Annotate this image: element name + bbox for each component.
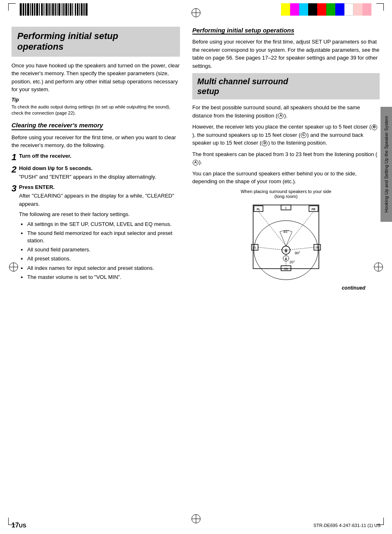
svg-text:FR: FR bbox=[311, 208, 315, 211]
circle-d: D bbox=[262, 140, 267, 146]
right-para4: You can place the surround speakers eith… bbox=[192, 170, 380, 186]
sidebar-label: Hooking Up and Setting Up the Speaker Sy… bbox=[384, 116, 389, 212]
step-3: 3 Press ENTER. After "CLEARING" appears … bbox=[12, 184, 180, 283]
bullet-item: The sound field memorized for each input… bbox=[27, 230, 180, 244]
left-column: Performing initial setup operations Once… bbox=[12, 27, 188, 291]
svg-text:A: A bbox=[285, 257, 287, 261]
left-main-header: Performing initial setup operations bbox=[12, 27, 180, 57]
svg-line-17 bbox=[286, 212, 314, 246]
speaker-diagram-section: When placing surround speakers to your s… bbox=[192, 189, 380, 283]
svg-text:SB: SB bbox=[284, 267, 288, 270]
tip-section: Tip To check the audio output during set… bbox=[12, 97, 180, 117]
speaker-diagram-svg: ψ FL FR C SL SR bbox=[241, 201, 331, 283]
step-3-content: Press ENTER. After "CLEARING" appears in… bbox=[19, 184, 180, 283]
tip-text: To check the audio output during setting… bbox=[12, 104, 180, 117]
step-2-content: Hold down I/ψ for 5 seconds. "PUSH" and … bbox=[19, 165, 180, 181]
step-1-title: Turn off the receiver. bbox=[19, 153, 180, 159]
continued-text: continued bbox=[342, 285, 365, 291]
svg-line-19 bbox=[258, 247, 286, 250]
step-3-body1: After "CLEARING" appears in the display … bbox=[19, 192, 180, 208]
step-1-number: 1 bbox=[12, 153, 16, 162]
step-2-number: 2 bbox=[12, 165, 16, 174]
bullet-list: All settings in the SET UP, CUSTOM, LEVE… bbox=[19, 221, 180, 281]
step-3-number: 3 bbox=[12, 184, 16, 193]
footer-code: STR-DE695 4-247-631-11 (1) US bbox=[314, 523, 380, 528]
sidebar-tab: Hooking Up and Setting Up the Speaker Sy… bbox=[380, 107, 392, 222]
crosshair-top bbox=[191, 8, 201, 17]
circle-c: C bbox=[301, 132, 307, 138]
bullet-item: All preset stations. bbox=[27, 255, 180, 262]
step-2-title: Hold down I/ψ for 5 seconds. bbox=[19, 165, 180, 171]
corner-mark-tl bbox=[8, 3, 16, 11]
right-section1-header: Performing initial setup operations bbox=[192, 27, 294, 35]
right-para3: The front speakers can be placed from 3 … bbox=[192, 150, 380, 166]
step-3-title: Press ENTER. bbox=[19, 184, 180, 190]
tip-label: Tip bbox=[12, 97, 180, 103]
svg-text:20°: 20° bbox=[289, 260, 295, 264]
clearing-intro: Before using your receiver for the first… bbox=[12, 134, 180, 150]
circle-b: B bbox=[371, 124, 377, 130]
step-3-body2: The following are reset to their factory… bbox=[19, 210, 180, 219]
crosshair-left bbox=[9, 262, 18, 272]
bullet-item: All settings in the SET UP, CUSTOM, LEVE… bbox=[27, 221, 180, 228]
svg-text:SR: SR bbox=[315, 246, 319, 249]
bullet-item: All sound field parameters. bbox=[27, 246, 180, 253]
left-main-title: Performing initial setup operations bbox=[17, 31, 174, 53]
svg-text:45°: 45° bbox=[283, 230, 289, 234]
corner-mark-tr bbox=[376, 3, 384, 11]
right-para2: However, the receiver lets you place the… bbox=[192, 123, 380, 147]
right-section1-text: Before using your receiver for the first… bbox=[192, 38, 380, 70]
circle-a-1: A bbox=[278, 113, 284, 119]
right-column: Performing initial setup operations Befo… bbox=[188, 27, 380, 291]
continued-section: continued bbox=[192, 285, 380, 291]
top-barcode-left bbox=[20, 3, 89, 16]
right-section1-header-wrap: Performing initial setup operations bbox=[192, 27, 380, 38]
svg-text:ψ: ψ bbox=[284, 248, 288, 253]
svg-line-20 bbox=[286, 247, 314, 250]
color-bars-top bbox=[281, 3, 371, 16]
svg-line-16 bbox=[258, 212, 286, 246]
circle-a-2: A bbox=[193, 160, 198, 166]
page-number: 17US bbox=[12, 522, 26, 529]
svg-text:C: C bbox=[285, 207, 287, 209]
bullet-item: All index names for input selector and p… bbox=[27, 265, 180, 272]
clearing-header: Clearing the receiver's memory bbox=[12, 122, 180, 130]
bullet-item: The master volume is set to "VOL MIN". bbox=[27, 274, 180, 281]
right-main-header: Multi channel surround setup bbox=[192, 73, 380, 99]
svg-text:SL: SL bbox=[253, 246, 257, 249]
left-intro: Once you have hooked up the speakers and… bbox=[12, 62, 180, 94]
bottom-bar: 17US STR-DE695 4-247-631-11 (1) US bbox=[12, 522, 380, 529]
diagram-caption: When placing surround speakers to your s… bbox=[241, 189, 332, 199]
step-2-body: "PUSH" and "ENTER" appears in the displa… bbox=[19, 173, 180, 181]
svg-text:FL: FL bbox=[257, 208, 261, 211]
step-2: 2 Hold down I/ψ for 5 seconds. "PUSH" an… bbox=[12, 165, 180, 181]
right-main-title: Multi channel surround setup bbox=[197, 76, 375, 96]
crosshair-right bbox=[374, 262, 383, 272]
right-para1: For the best possible surround sound, al… bbox=[192, 104, 380, 120]
step-1: 1 Turn off the receiver. bbox=[12, 153, 180, 162]
svg-text:90°: 90° bbox=[295, 251, 300, 255]
step-1-content: Turn off the receiver. bbox=[19, 153, 180, 161]
